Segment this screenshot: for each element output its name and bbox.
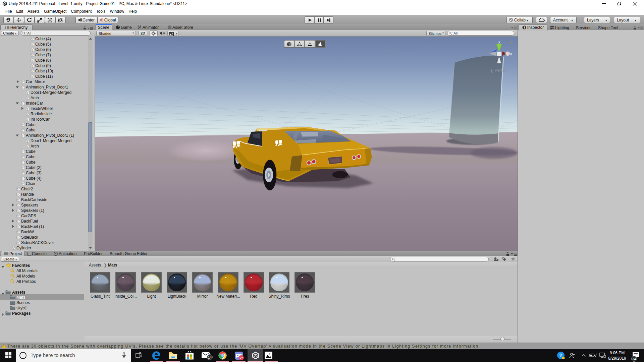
svg-text:x: x bbox=[510, 52, 512, 56]
svg-text:?: ? bbox=[559, 352, 562, 358]
svg-text:y: y bbox=[498, 40, 500, 44]
svg-text:❮ Persp: ❮ Persp bbox=[490, 68, 505, 73]
